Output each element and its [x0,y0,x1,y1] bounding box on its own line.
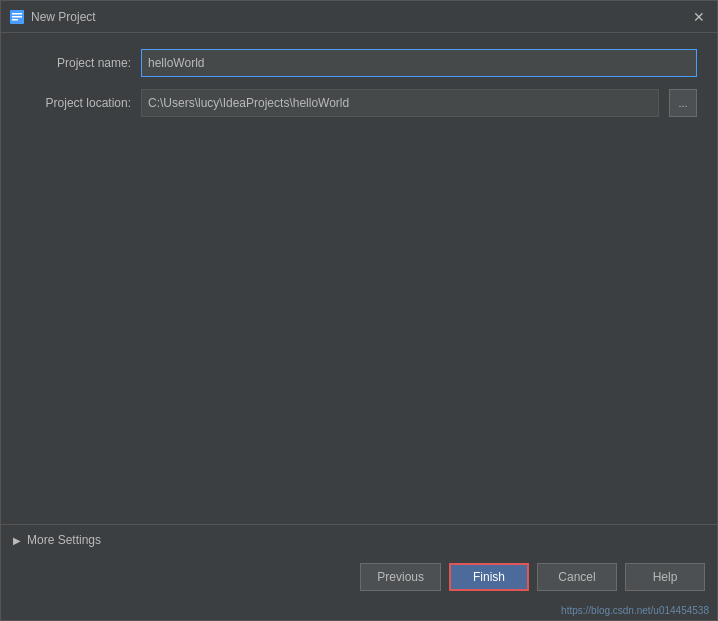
dialog-content: Project name: Project location: ... [1,33,717,524]
more-settings-label: More Settings [27,533,101,547]
cancel-button[interactable]: Cancel [537,563,617,591]
svg-rect-2 [12,16,22,18]
project-location-label: Project location: [21,96,131,110]
svg-rect-3 [12,19,18,21]
close-button[interactable]: ✕ [689,7,709,27]
dialog-title: New Project [31,10,689,24]
project-name-row: Project name: [21,49,697,77]
finish-button[interactable]: Finish [449,563,529,591]
new-project-dialog: New Project ✕ Project name: Project loca… [0,0,718,621]
previous-button[interactable]: Previous [360,563,441,591]
dialog-icon [9,9,25,25]
browse-button[interactable]: ... [669,89,697,117]
bottom-section: ▶ More Settings Previous Finish Cancel H… [1,524,717,620]
title-bar: New Project ✕ [1,1,717,33]
more-settings-arrow-icon: ▶ [13,535,21,546]
watermark: https://blog.csdn.net/u014454538 [1,603,717,620]
content-spacer [21,129,697,508]
svg-rect-1 [12,13,22,15]
project-location-row: Project location: ... [21,89,697,117]
button-row: Previous Finish Cancel Help [1,555,717,603]
project-location-input[interactable] [141,89,659,117]
project-name-label: Project name: [21,56,131,70]
more-settings-row[interactable]: ▶ More Settings [1,525,717,555]
project-name-input[interactable] [141,49,697,77]
help-button[interactable]: Help [625,563,705,591]
